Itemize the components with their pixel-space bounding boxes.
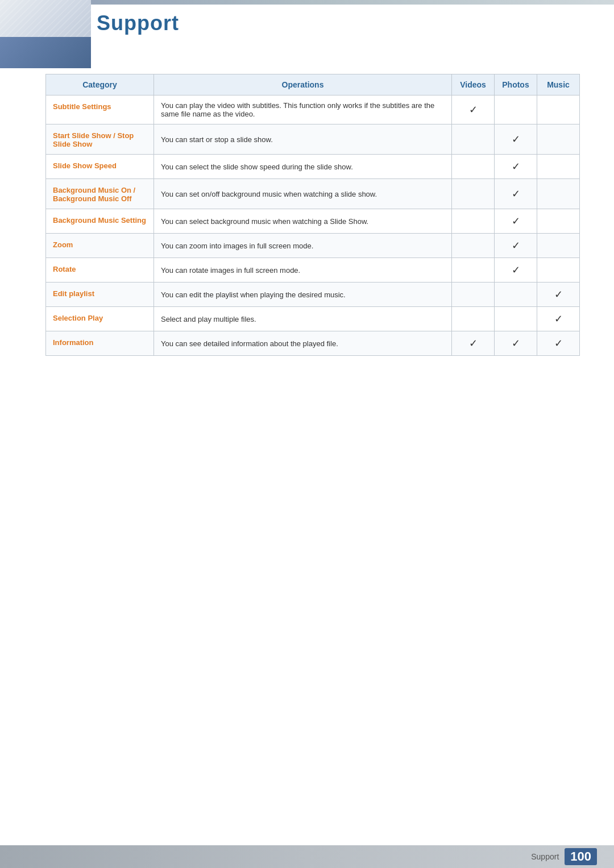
check-cell-videos — [452, 155, 495, 179]
check-cell-videos — [452, 307, 495, 331]
check-cell-videos — [452, 209, 495, 234]
column-header-videos: Videos — [452, 74, 495, 95]
operation-cell: You can start or stop a slide show. — [154, 124, 452, 155]
check-cell-music — [537, 95, 580, 124]
check-cell-music — [537, 155, 580, 179]
checkmark-icon: ✓ — [554, 313, 563, 325]
checkmark-icon: ✓ — [512, 338, 520, 349]
check-cell-videos — [452, 258, 495, 283]
check-cell-photos: ✓ — [495, 124, 537, 155]
table-row: Subtitle SettingsYou can play the video … — [46, 95, 580, 124]
page-number: 100 — [565, 848, 597, 865]
checkmark-icon: ✓ — [469, 104, 478, 115]
operation-cell: You can edit the playlist when playing t… — [154, 283, 452, 307]
category-cell: Rotate — [46, 258, 154, 283]
checkmark-icon: ✓ — [512, 188, 520, 200]
table-row: Edit playlistYou can edit the playlist w… — [46, 283, 580, 307]
checkmark-icon: ✓ — [554, 289, 563, 300]
page-title-area: Support — [97, 11, 614, 35]
operation-cell: You can zoom into images in full screen … — [154, 234, 452, 258]
check-cell-music: ✓ — [537, 283, 580, 307]
table-row: Background Music On / Background Music O… — [46, 179, 580, 209]
column-header-operations: Operations — [154, 74, 452, 95]
category-cell: Selection Play — [46, 307, 154, 331]
checkmark-icon: ✓ — [512, 240, 520, 251]
category-cell: Edit playlist — [46, 283, 154, 307]
sidebar-blue-block — [0, 37, 91, 68]
table-row: Start Slide Show / Stop Slide ShowYou ca… — [46, 124, 580, 155]
operation-cell: You can rotate images in full screen mod… — [154, 258, 452, 283]
column-header-category: Category — [46, 74, 154, 95]
check-cell-photos: ✓ — [495, 234, 537, 258]
check-cell-music: ✓ — [537, 331, 580, 356]
category-cell: Zoom — [46, 234, 154, 258]
table-row: InformationYou can see detailed informat… — [46, 331, 580, 356]
check-cell-videos — [452, 124, 495, 155]
category-cell: Information — [46, 331, 154, 356]
table-row: Background Music SettingYou can select b… — [46, 209, 580, 234]
check-cell-music: ✓ — [537, 307, 580, 331]
check-cell-photos: ✓ — [495, 209, 537, 234]
checkmark-icon: ✓ — [554, 338, 563, 349]
table-row: ZoomYou can zoom into images in full scr… — [46, 234, 580, 258]
check-cell-music — [537, 209, 580, 234]
category-cell: Slide Show Speed — [46, 155, 154, 179]
check-cell-music — [537, 179, 580, 209]
check-cell-videos — [452, 283, 495, 307]
operation-cell: You can set on/off background music when… — [154, 179, 452, 209]
check-cell-videos — [452, 234, 495, 258]
check-cell-photos: ✓ — [495, 155, 537, 179]
category-cell: Start Slide Show / Stop Slide Show — [46, 124, 154, 155]
check-cell-photos — [495, 95, 537, 124]
table-row: Selection PlaySelect and play multiple f… — [46, 307, 580, 331]
check-cell-videos — [452, 179, 495, 209]
column-header-photos: Photos — [495, 74, 537, 95]
bottom-bar: Support 100 — [0, 845, 614, 868]
page-title: Support — [97, 11, 614, 35]
category-cell: Subtitle Settings — [46, 95, 154, 124]
check-cell-videos: ✓ — [452, 331, 495, 356]
main-content: Category Operations Videos Photos Music … — [45, 74, 580, 356]
check-cell-music — [537, 124, 580, 155]
footer-label: Support — [531, 852, 559, 861]
check-cell-photos: ✓ — [495, 258, 537, 283]
checkmark-icon: ✓ — [512, 264, 520, 276]
table-row: Slide Show SpeedYou can select the slide… — [46, 155, 580, 179]
check-cell-videos: ✓ — [452, 95, 495, 124]
top-decorative-bar — [0, 0, 614, 5]
support-table: Category Operations Videos Photos Music … — [45, 74, 580, 356]
checkmark-icon: ✓ — [512, 215, 520, 227]
column-header-music: Music — [537, 74, 580, 95]
operation-cell: You can select background music when wat… — [154, 209, 452, 234]
check-cell-music — [537, 258, 580, 283]
category-cell: Background Music On / Background Music O… — [46, 179, 154, 209]
checkmark-icon: ✓ — [512, 134, 520, 145]
check-cell-photos — [495, 307, 537, 331]
check-cell-music — [537, 234, 580, 258]
check-cell-photos: ✓ — [495, 331, 537, 356]
category-cell: Background Music Setting — [46, 209, 154, 234]
operation-cell: Select and play multiple files. — [154, 307, 452, 331]
check-cell-photos: ✓ — [495, 179, 537, 209]
checkmark-icon: ✓ — [469, 338, 478, 349]
check-cell-photos — [495, 283, 537, 307]
operation-cell: You can play the video with subtitles. T… — [154, 95, 452, 124]
operation-cell: You can see detailed information about t… — [154, 331, 452, 356]
operation-cell: You can select the slide show speed duri… — [154, 155, 452, 179]
left-sidebar-decoration — [0, 0, 91, 68]
table-row: RotateYou can rotate images in full scre… — [46, 258, 580, 283]
checkmark-icon: ✓ — [512, 161, 520, 172]
